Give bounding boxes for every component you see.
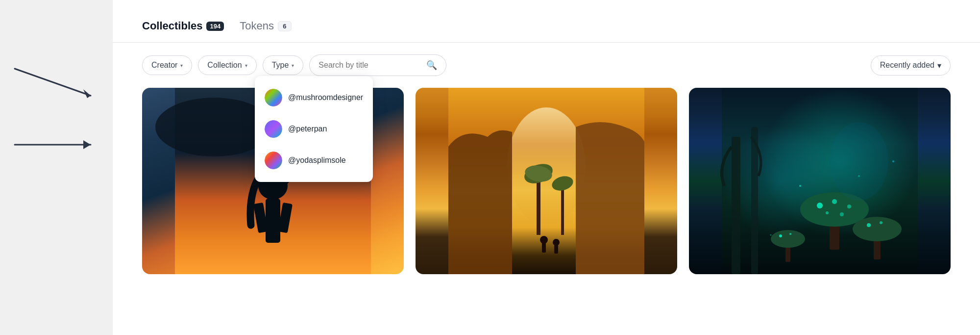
svg-point-37 [853,217,902,241]
type-filter-button[interactable]: Type ▾ [263,55,304,75]
search-box[interactable]: 🔍 [309,54,446,76]
dropdown-item-yodasplimsole[interactable]: @yodasplimsole [255,145,373,176]
handle-peterpan: @peterpan [288,125,327,133]
tab-tokens[interactable]: Tokens 6 [240,20,292,32]
dropdown-item-mushroomdesigner[interactable]: @mushroomdesigner [255,82,373,113]
svg-rect-20 [542,243,546,253]
sort-button[interactable]: Recently added ▾ [871,55,951,76]
arrows-overlay [0,0,118,335]
svg-line-0 [15,69,91,96]
card-2[interactable] [416,88,677,274]
avatar-peterpan [265,120,282,138]
card-3[interactable] [689,88,951,274]
svg-point-41 [771,230,805,248]
handle-mushroomdesigner: @mushroomdesigner [288,93,363,102]
creator-chevron-icon: ▾ [180,63,183,68]
cards-section [113,88,980,274]
dropdown-item-peterpan[interactable]: @peterpan [255,113,373,145]
search-icon: 🔍 [426,60,437,71]
svg-point-38 [867,223,871,227]
search-input[interactable] [318,61,422,70]
creator-dropdown-menu: @mushroomdesigner @peterpan @yodasplimso… [255,76,373,182]
filter-bar: Creator ▾ Collection ▾ Type ▾ 🔍 Recently… [113,43,980,88]
svg-point-43 [789,233,791,235]
card-2-artwork [416,88,677,274]
tabs-row: Collectibles 194 Tokens 6 [142,20,951,42]
tabs-section: Collectibles 194 Tokens 6 [113,0,980,43]
svg-point-46 [770,234,772,236]
avatar-mushroomdesigner [265,89,282,106]
card-3-inner [689,88,951,274]
collection-chevron-icon: ▾ [245,63,247,68]
type-filter-label: Type [272,61,289,70]
svg-point-34 [826,211,829,214]
svg-point-45 [892,160,894,162]
collection-filter-label: Collection [207,61,242,70]
svg-point-31 [817,203,823,208]
svg-point-19 [540,236,548,244]
tab-collectibles[interactable]: Collectibles 194 [142,20,224,32]
collection-filter-button[interactable]: Collection ▾ [198,55,256,75]
svg-point-21 [553,239,560,246]
svg-point-44 [799,185,801,187]
type-chevron-icon: ▾ [292,63,294,68]
svg-point-32 [832,199,837,204]
tab-collectibles-label: Collectibles [142,20,202,32]
svg-point-33 [847,205,851,208]
svg-point-35 [840,212,844,216]
svg-rect-8 [266,199,280,243]
svg-rect-22 [554,245,558,254]
svg-rect-14 [537,176,540,235]
sort-chevron-icon: ▾ [937,61,941,70]
avatar-img-peterpan [265,120,282,138]
tab-tokens-label: Tokens [240,20,274,32]
avatar-img-mushroomdesigner [265,89,282,106]
creator-filter-label: Creator [151,61,177,70]
svg-point-48 [830,122,888,201]
svg-point-42 [779,234,782,237]
svg-marker-3 [83,140,91,149]
handle-yodasplimsole: @yodasplimsole [288,156,346,165]
sort-label: Recently added [880,61,934,70]
card-2-inner [416,88,677,274]
avatar-img-yodasplimsole [265,152,282,169]
tokens-badge: 6 [278,21,292,31]
svg-rect-26 [732,137,740,274]
svg-rect-17 [561,186,564,235]
main-panel: Collectibles 194 Tokens 6 Creator ▾ Coll… [113,0,980,335]
creator-filter-button[interactable]: Creator ▾ [142,55,192,75]
avatar-yodasplimsole [265,152,282,169]
svg-point-39 [880,221,882,224]
card-3-artwork [689,88,951,274]
collectibles-badge: 194 [206,22,224,31]
